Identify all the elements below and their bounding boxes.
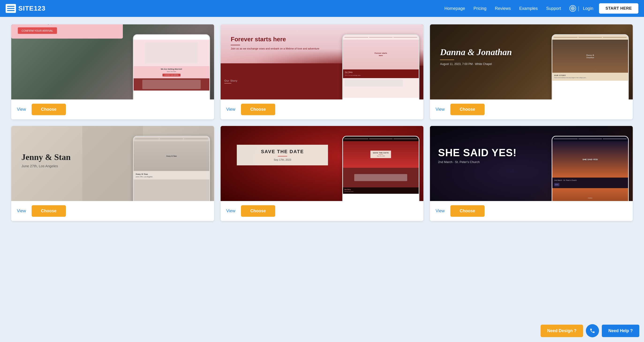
card1-rsvp-btn[interactable]: CONFIRM YOUR ARRIVAL xyxy=(18,28,57,34)
view-button-2[interactable]: View xyxy=(226,107,236,112)
card-preview-5: SAVE THE DATE Sep 17th, 2023 SAVE THE DA… xyxy=(220,126,424,201)
card-actions-2: View Choose xyxy=(220,100,424,119)
card2-desc: Join us as we exchange vows and embark o… xyxy=(231,47,336,50)
card3-desc: August 11, 2023, 7:00 PM · White Chapel xyxy=(440,62,512,66)
nav-pricing[interactable]: Pricing xyxy=(474,6,486,11)
card-actions-1: View Choose xyxy=(11,100,214,119)
card5-desc: Sep 17th, 2023 xyxy=(241,158,324,161)
card-actions-4: View Choose xyxy=(11,201,214,221)
start-here-button[interactable]: START HERE xyxy=(599,3,638,14)
template-card-simona-jack: SAVE THE DATE Sep 17th, 2023 SAVE THE DA… xyxy=(220,126,424,221)
card4-text: Jenny & Stan June 27th, Los Angeles xyxy=(21,152,70,168)
card-actions-5: View Choose xyxy=(220,201,424,221)
card2-title: Forever starts here xyxy=(231,36,336,43)
card-actions-6: View Choose xyxy=(430,201,633,221)
login-link[interactable]: Login xyxy=(583,6,593,11)
template-card-jenny-stan: Jenny & Stan June 27th, Los Angeles Jenn… xyxy=(11,126,214,221)
nav-support[interactable]: Support xyxy=(546,6,561,11)
card6-text: SHE SAID YES! 2nd March · St. Peter's Ch… xyxy=(438,147,517,164)
view-button-5[interactable]: View xyxy=(226,209,236,213)
card4-title: Jenny & Stan xyxy=(21,152,70,162)
view-button-3[interactable]: View xyxy=(436,107,445,112)
card2-text: Forever starts here Join us as we exchan… xyxy=(231,36,336,50)
card5-save-box: SAVE THE DATE Sep 17th, 2023 xyxy=(237,145,328,165)
card-preview-1: We Are Getting Married! Save The Date · … xyxy=(11,25,214,100)
choose-button-5[interactable]: Choose xyxy=(241,205,275,217)
mobile-mockup-6: SHE SAID YES! 2nd March · St. Peter's Ch… xyxy=(552,136,629,201)
card4-date: June 27th, Los Angeles xyxy=(21,164,70,168)
choose-button-4[interactable]: Choose xyxy=(32,205,66,217)
mobile-mockup-5: SAVE THE DATE Sep 17th, 2023 Our Story S… xyxy=(342,136,420,201)
view-button-6[interactable]: View xyxy=(436,209,445,213)
view-button-4[interactable]: View xyxy=(17,209,26,213)
choose-button-1[interactable]: Choose xyxy=(32,104,66,115)
site-logo[interactable]: SITE123 xyxy=(6,4,46,13)
card3-text: Danna & Jonathan August 11, 2023, 7:00 P… xyxy=(440,47,512,66)
logo-text: SITE123 xyxy=(18,5,46,12)
nav-links: Homepage Pricing Reviews Examples Suppor… xyxy=(444,6,561,11)
template-card-zorana-miles: We Are Getting Married! Save The Date · … xyxy=(11,25,214,119)
choose-button-6[interactable]: Choose xyxy=(450,205,484,217)
card6-subtitle: SHE SAID YES! xyxy=(438,147,517,158)
choose-button-2[interactable]: Choose xyxy=(241,104,275,115)
globe-icon[interactable] xyxy=(570,5,576,12)
card6-desc: 2nd March · St. Peter's Church xyxy=(438,160,517,164)
template-grid: We Are Getting Married! Save The Date · … xyxy=(11,25,633,221)
card1-pink-box: We Are Getting Married! Save The Date · … xyxy=(11,25,123,39)
nav-examples[interactable]: Examples xyxy=(519,6,538,11)
logo-icon xyxy=(6,4,16,13)
mobile-mockup-4: Jenny & Stan Jenny & Stan June 27th, Los… xyxy=(133,136,210,201)
card-preview-6: SHE SAID YES! 2nd March · St. Peter's Ch… xyxy=(430,126,633,201)
nav-divider: | xyxy=(578,6,579,12)
card3-title: Danna & Jonathan xyxy=(440,47,512,57)
mobile-mockup-2: Forever startshere Our Story Join us as … xyxy=(342,34,420,100)
view-button-1[interactable]: View xyxy=(17,107,26,112)
card-preview-4: Jenny & Stan June 27th, Los Angeles Jenn… xyxy=(11,126,214,201)
card-preview-2: Our Story Forever starts here Join us as… xyxy=(220,25,424,100)
main-content: We Are Getting Married! Save The Date · … xyxy=(0,17,644,232)
template-card-tina-andrew: Our Story Forever starts here Join us as… xyxy=(220,25,424,119)
mobile-mockup-3: Danna &Jonathan OUR STORY Danna and Jona… xyxy=(552,34,629,100)
card5-subtitle: SAVE THE DATE xyxy=(241,149,324,154)
navbar: SITE123 Homepage Pricing Reviews Example… xyxy=(0,0,644,17)
card-actions-3: View Choose xyxy=(430,100,633,119)
mobile-mockup-1: We Are Getting Married! Save The Date CO… xyxy=(133,34,210,100)
nav-homepage[interactable]: Homepage xyxy=(444,6,465,11)
template-card-john-emily: SHE SAID YES! 2nd March · St. Peter's Ch… xyxy=(430,126,633,221)
nav-reviews[interactable]: Reviews xyxy=(495,6,511,11)
choose-button-3[interactable]: Choose xyxy=(450,104,484,115)
card-preview-3: Danna & Jonathan August 11, 2023, 7:00 P… xyxy=(430,25,633,100)
template-card-danna-jonathan: Danna & Jonathan August 11, 2023, 7:00 P… xyxy=(430,25,633,119)
